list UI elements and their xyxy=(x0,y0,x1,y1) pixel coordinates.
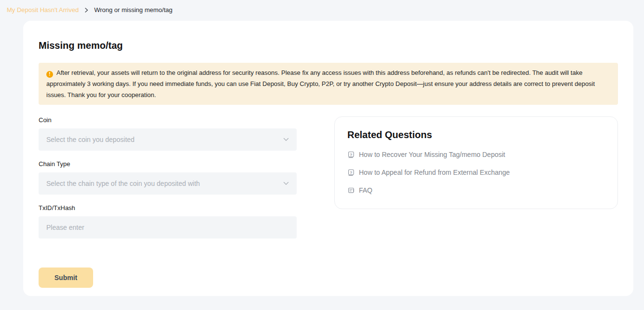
related-question-link[interactable]: ? How to Recover Your Missing Tag/memo D… xyxy=(347,151,605,158)
related-question-link[interactable]: ? How to Appeal for Refund from External… xyxy=(347,169,605,176)
main-card: Missing memo/tag !After retrieval, your … xyxy=(23,21,633,296)
chain-type-field-group: Chain Type Select the chain type of the … xyxy=(39,160,297,195)
deposit-form: Coin Select the coin you deposited Chain… xyxy=(39,116,297,288)
notice-text: After retrieval, your assets will return… xyxy=(46,69,595,99)
svg-text:?: ? xyxy=(350,152,352,156)
coin-label: Coin xyxy=(39,116,297,124)
page-title: Missing memo/tag xyxy=(39,40,618,51)
coin-field-group: Coin Select the coin you deposited xyxy=(39,116,297,151)
breadcrumb-current: Wrong or missing memo/tag xyxy=(94,6,172,14)
submit-button[interactable]: Submit xyxy=(39,268,93,288)
content-row: Coin Select the coin you deposited Chain… xyxy=(39,116,618,288)
txid-input[interactable] xyxy=(39,216,297,239)
related-questions-panel: Related Questions ? How to Recover Your … xyxy=(334,116,618,209)
txid-field-group: TxID/TxHash xyxy=(39,204,297,239)
notice-banner: !After retrieval, your assets will retur… xyxy=(39,63,618,105)
question-doc-icon: ? xyxy=(347,169,355,176)
related-faq-label: FAQ xyxy=(359,186,372,194)
chain-type-select[interactable]: Select the chain type of the coin you de… xyxy=(39,172,297,195)
related-question-label: How to Recover Your Missing Tag/memo Dep… xyxy=(359,151,505,158)
svg-text:?: ? xyxy=(350,170,352,174)
txid-label: TxID/TxHash xyxy=(39,204,297,211)
related-faq-link[interactable]: FAQ xyxy=(347,186,605,194)
chain-type-select-placeholder: Select the chain type of the coin you de… xyxy=(46,180,200,187)
breadcrumb: My Deposit Hasn't Arrived Wrong or missi… xyxy=(0,0,644,18)
faq-doc-icon xyxy=(347,187,355,194)
breadcrumb-parent-link[interactable]: My Deposit Hasn't Arrived xyxy=(7,6,79,14)
chevron-right-icon xyxy=(83,7,89,13)
related-question-label: How to Appeal for Refund from External E… xyxy=(359,169,510,176)
coin-select-placeholder: Select the coin you deposited xyxy=(46,136,135,143)
chevron-down-icon xyxy=(283,138,289,141)
question-doc-icon: ? xyxy=(347,151,355,158)
chain-type-label: Chain Type xyxy=(39,160,297,168)
chevron-down-icon xyxy=(283,182,289,185)
related-questions-title: Related Questions xyxy=(347,129,605,141)
coin-select[interactable]: Select the coin you deposited xyxy=(39,128,297,151)
warning-icon: ! xyxy=(46,71,53,78)
